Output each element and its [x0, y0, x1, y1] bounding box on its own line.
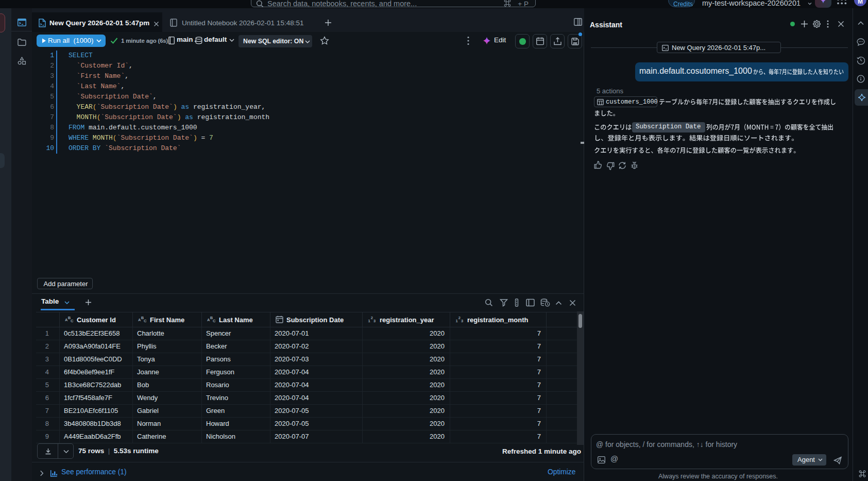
svg-text:C: C — [71, 319, 74, 323]
svg-text:1: 1 — [368, 319, 370, 323]
svg-text:3: 3 — [373, 319, 376, 323]
svg-text:C: C — [213, 319, 216, 323]
svg-text:3: 3 — [461, 319, 463, 323]
svg-text:1: 1 — [456, 319, 458, 323]
svg-text:C: C — [144, 319, 147, 323]
svg-text:2: 2 — [458, 316, 461, 320]
svg-text:2: 2 — [371, 316, 373, 320]
